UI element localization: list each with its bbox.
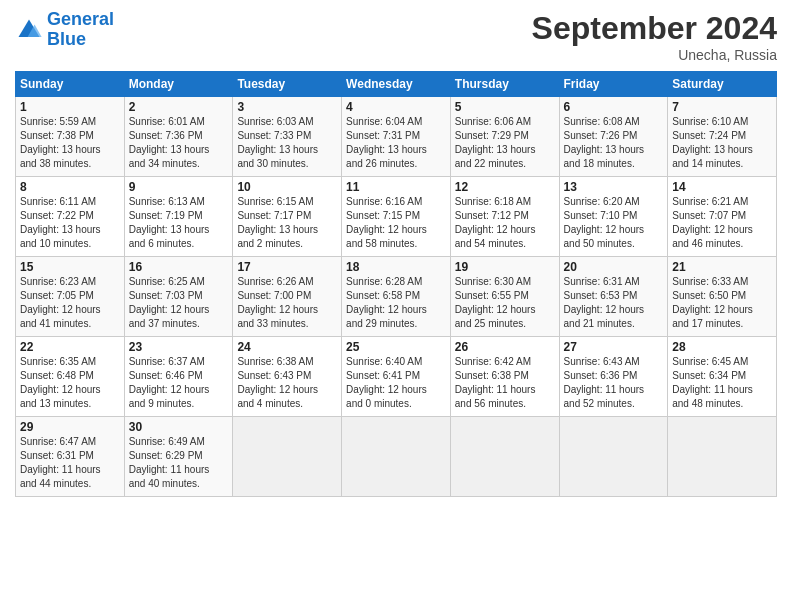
table-cell: 12Sunrise: 6:18 AMSunset: 7:12 PMDayligh… <box>450 177 559 257</box>
table-cell: 26Sunrise: 6:42 AMSunset: 6:38 PMDayligh… <box>450 337 559 417</box>
table-cell: 9Sunrise: 6:13 AMSunset: 7:19 PMDaylight… <box>124 177 233 257</box>
cell-info-text: Sunrise: 6:21 AMSunset: 7:07 PMDaylight:… <box>672 195 772 251</box>
cell-day-number: 11 <box>346 180 446 194</box>
cell-day-number: 17 <box>237 260 337 274</box>
cell-info-text: Sunrise: 6:04 AMSunset: 7:31 PMDaylight:… <box>346 115 446 171</box>
col-monday: Monday <box>124 72 233 97</box>
table-cell: 18Sunrise: 6:28 AMSunset: 6:58 PMDayligh… <box>342 257 451 337</box>
cell-day-number: 25 <box>346 340 446 354</box>
cell-day-number: 19 <box>455 260 555 274</box>
cell-info-text: Sunrise: 6:25 AMSunset: 7:03 PMDaylight:… <box>129 275 229 331</box>
table-cell: 23Sunrise: 6:37 AMSunset: 6:46 PMDayligh… <box>124 337 233 417</box>
table-cell: 22Sunrise: 6:35 AMSunset: 6:48 PMDayligh… <box>16 337 125 417</box>
cell-day-number: 26 <box>455 340 555 354</box>
calendar-header-row: Sunday Monday Tuesday Wednesday Thursday… <box>16 72 777 97</box>
table-cell <box>450 417 559 497</box>
table-cell: 3Sunrise: 6:03 AMSunset: 7:33 PMDaylight… <box>233 97 342 177</box>
table-row: 22Sunrise: 6:35 AMSunset: 6:48 PMDayligh… <box>16 337 777 417</box>
cell-info-text: Sunrise: 6:06 AMSunset: 7:29 PMDaylight:… <box>455 115 555 171</box>
table-cell: 5Sunrise: 6:06 AMSunset: 7:29 PMDaylight… <box>450 97 559 177</box>
cell-info-text: Sunrise: 6:03 AMSunset: 7:33 PMDaylight:… <box>237 115 337 171</box>
cell-day-number: 8 <box>20 180 120 194</box>
table-cell: 19Sunrise: 6:30 AMSunset: 6:55 PMDayligh… <box>450 257 559 337</box>
table-cell: 29Sunrise: 6:47 AMSunset: 6:31 PMDayligh… <box>16 417 125 497</box>
cell-info-text: Sunrise: 6:26 AMSunset: 7:00 PMDaylight:… <box>237 275 337 331</box>
cell-day-number: 24 <box>237 340 337 354</box>
cell-info-text: Sunrise: 6:15 AMSunset: 7:17 PMDaylight:… <box>237 195 337 251</box>
cell-day-number: 27 <box>564 340 664 354</box>
cell-day-number: 13 <box>564 180 664 194</box>
cell-day-number: 23 <box>129 340 229 354</box>
table-cell: 14Sunrise: 6:21 AMSunset: 7:07 PMDayligh… <box>668 177 777 257</box>
table-cell: 27Sunrise: 6:43 AMSunset: 6:36 PMDayligh… <box>559 337 668 417</box>
cell-day-number: 9 <box>129 180 229 194</box>
cell-info-text: Sunrise: 6:33 AMSunset: 6:50 PMDaylight:… <box>672 275 772 331</box>
col-wednesday: Wednesday <box>342 72 451 97</box>
col-sunday: Sunday <box>16 72 125 97</box>
cell-day-number: 15 <box>20 260 120 274</box>
cell-info-text: Sunrise: 6:49 AMSunset: 6:29 PMDaylight:… <box>129 435 229 491</box>
cell-info-text: Sunrise: 6:20 AMSunset: 7:10 PMDaylight:… <box>564 195 664 251</box>
title-block: September 2024 Unecha, Russia <box>532 10 777 63</box>
cell-day-number: 28 <box>672 340 772 354</box>
cell-day-number: 21 <box>672 260 772 274</box>
page-container: General Blue September 2024 Unecha, Russ… <box>0 0 792 507</box>
table-cell: 11Sunrise: 6:16 AMSunset: 7:15 PMDayligh… <box>342 177 451 257</box>
cell-info-text: Sunrise: 6:13 AMSunset: 7:19 PMDaylight:… <box>129 195 229 251</box>
cell-info-text: Sunrise: 6:43 AMSunset: 6:36 PMDaylight:… <box>564 355 664 411</box>
table-cell: 16Sunrise: 6:25 AMSunset: 7:03 PMDayligh… <box>124 257 233 337</box>
table-cell: 25Sunrise: 6:40 AMSunset: 6:41 PMDayligh… <box>342 337 451 417</box>
table-row: 1Sunrise: 5:59 AMSunset: 7:38 PMDaylight… <box>16 97 777 177</box>
cell-day-number: 2 <box>129 100 229 114</box>
cell-day-number: 5 <box>455 100 555 114</box>
location-subtitle: Unecha, Russia <box>532 47 777 63</box>
cell-day-number: 3 <box>237 100 337 114</box>
table-cell <box>233 417 342 497</box>
cell-info-text: Sunrise: 6:30 AMSunset: 6:55 PMDaylight:… <box>455 275 555 331</box>
cell-day-number: 29 <box>20 420 120 434</box>
month-title: September 2024 <box>532 10 777 47</box>
page-header: General Blue September 2024 Unecha, Russ… <box>15 10 777 63</box>
cell-info-text: Sunrise: 6:45 AMSunset: 6:34 PMDaylight:… <box>672 355 772 411</box>
table-cell: 24Sunrise: 6:38 AMSunset: 6:43 PMDayligh… <box>233 337 342 417</box>
cell-info-text: Sunrise: 6:35 AMSunset: 6:48 PMDaylight:… <box>20 355 120 411</box>
table-row: 15Sunrise: 6:23 AMSunset: 7:05 PMDayligh… <box>16 257 777 337</box>
table-row: 29Sunrise: 6:47 AMSunset: 6:31 PMDayligh… <box>16 417 777 497</box>
cell-info-text: Sunrise: 6:18 AMSunset: 7:12 PMDaylight:… <box>455 195 555 251</box>
cell-day-number: 22 <box>20 340 120 354</box>
cell-day-number: 4 <box>346 100 446 114</box>
table-cell: 17Sunrise: 6:26 AMSunset: 7:00 PMDayligh… <box>233 257 342 337</box>
cell-info-text: Sunrise: 6:10 AMSunset: 7:24 PMDaylight:… <box>672 115 772 171</box>
calendar-table: Sunday Monday Tuesday Wednesday Thursday… <box>15 71 777 497</box>
cell-day-number: 30 <box>129 420 229 434</box>
table-cell: 6Sunrise: 6:08 AMSunset: 7:26 PMDaylight… <box>559 97 668 177</box>
table-cell: 8Sunrise: 6:11 AMSunset: 7:22 PMDaylight… <box>16 177 125 257</box>
table-cell: 4Sunrise: 6:04 AMSunset: 7:31 PMDaylight… <box>342 97 451 177</box>
cell-day-number: 16 <box>129 260 229 274</box>
table-cell: 20Sunrise: 6:31 AMSunset: 6:53 PMDayligh… <box>559 257 668 337</box>
cell-info-text: Sunrise: 6:47 AMSunset: 6:31 PMDaylight:… <box>20 435 120 491</box>
cell-day-number: 1 <box>20 100 120 114</box>
cell-day-number: 20 <box>564 260 664 274</box>
cell-day-number: 10 <box>237 180 337 194</box>
table-cell: 2Sunrise: 6:01 AMSunset: 7:36 PMDaylight… <box>124 97 233 177</box>
col-thursday: Thursday <box>450 72 559 97</box>
cell-info-text: Sunrise: 6:40 AMSunset: 6:41 PMDaylight:… <box>346 355 446 411</box>
cell-info-text: Sunrise: 6:38 AMSunset: 6:43 PMDaylight:… <box>237 355 337 411</box>
cell-info-text: Sunrise: 6:01 AMSunset: 7:36 PMDaylight:… <box>129 115 229 171</box>
cell-day-number: 12 <box>455 180 555 194</box>
cell-info-text: Sunrise: 6:37 AMSunset: 6:46 PMDaylight:… <box>129 355 229 411</box>
table-cell: 7Sunrise: 6:10 AMSunset: 7:24 PMDaylight… <box>668 97 777 177</box>
table-cell: 21Sunrise: 6:33 AMSunset: 6:50 PMDayligh… <box>668 257 777 337</box>
col-saturday: Saturday <box>668 72 777 97</box>
cell-info-text: Sunrise: 6:11 AMSunset: 7:22 PMDaylight:… <box>20 195 120 251</box>
table-row: 8Sunrise: 6:11 AMSunset: 7:22 PMDaylight… <box>16 177 777 257</box>
cell-info-text: Sunrise: 5:59 AMSunset: 7:38 PMDaylight:… <box>20 115 120 171</box>
table-cell <box>668 417 777 497</box>
cell-info-text: Sunrise: 6:42 AMSunset: 6:38 PMDaylight:… <box>455 355 555 411</box>
cell-info-text: Sunrise: 6:28 AMSunset: 6:58 PMDaylight:… <box>346 275 446 331</box>
table-cell: 30Sunrise: 6:49 AMSunset: 6:29 PMDayligh… <box>124 417 233 497</box>
cell-day-number: 14 <box>672 180 772 194</box>
cell-day-number: 18 <box>346 260 446 274</box>
col-friday: Friday <box>559 72 668 97</box>
